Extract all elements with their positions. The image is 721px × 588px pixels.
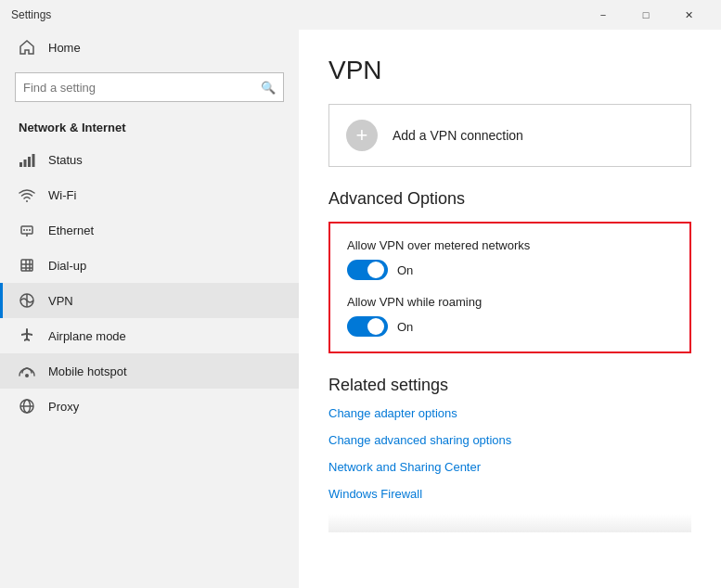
sidebar-item-status[interactable]: Status bbox=[0, 142, 299, 177]
status-icon bbox=[19, 151, 35, 168]
sidebar-item-airplane[interactable]: Airplane mode bbox=[0, 318, 299, 353]
related-settings-title: Related settings bbox=[328, 376, 691, 395]
ethernet-icon bbox=[19, 222, 35, 238]
page-title: VPN bbox=[328, 56, 691, 85]
ethernet-label: Ethernet bbox=[48, 224, 94, 237]
advanced-options-box: Allow VPN over metered networks On Allow… bbox=[328, 222, 691, 353]
svg-rect-2 bbox=[28, 157, 31, 167]
related-link-1[interactable]: Change advanced sharing options bbox=[328, 433, 691, 447]
bottom-fade bbox=[328, 514, 691, 532]
dialup-icon bbox=[19, 257, 35, 274]
minimize-button[interactable]: − bbox=[582, 0, 624, 30]
vpn-icon bbox=[19, 292, 35, 309]
hotspot-icon bbox=[19, 363, 35, 379]
status-label: Status bbox=[48, 153, 83, 167]
sidebar-item-ethernet[interactable]: Ethernet bbox=[0, 212, 299, 248]
svg-rect-1 bbox=[24, 160, 27, 167]
wifi-label: Wi-Fi bbox=[48, 188, 76, 202]
airplane-icon bbox=[19, 327, 35, 344]
sidebar: Home 🔍 Network & Internet Status bbox=[0, 30, 299, 588]
section-label: Network & Internet bbox=[0, 117, 299, 142]
home-label: Home bbox=[48, 41, 81, 55]
toggle2[interactable] bbox=[347, 316, 388, 337]
sidebar-item-proxy[interactable]: Proxy bbox=[0, 389, 299, 424]
wifi-icon bbox=[19, 186, 35, 203]
option1-label: Allow VPN over metered networks bbox=[347, 238, 673, 252]
add-vpn-label: Add a VPN connection bbox=[393, 128, 523, 143]
sidebar-item-wifi[interactable]: Wi-Fi bbox=[0, 177, 299, 212]
toggle1-status: On bbox=[397, 263, 413, 277]
plus-icon: + bbox=[346, 120, 378, 151]
dialup-label: Dial-up bbox=[48, 259, 86, 273]
maximize-button[interactable]: □ bbox=[624, 0, 667, 30]
svg-rect-3 bbox=[32, 154, 35, 167]
proxy-label: Proxy bbox=[48, 400, 79, 414]
titlebar-controls: − □ ✕ bbox=[582, 0, 710, 30]
related-link-2[interactable]: Network and Sharing Center bbox=[328, 460, 691, 474]
search-input[interactable] bbox=[23, 81, 261, 95]
home-icon bbox=[19, 39, 35, 56]
main-content: VPN + Add a VPN connection Advanced Opti… bbox=[299, 30, 721, 588]
toggle2-status: On bbox=[397, 320, 413, 334]
related-link-3[interactable]: Windows Firewall bbox=[328, 487, 691, 501]
titlebar-title: Settings bbox=[11, 8, 582, 21]
hotspot-label: Mobile hotspot bbox=[48, 364, 127, 378]
toggle1-row: On bbox=[347, 260, 673, 280]
airplane-label: Airplane mode bbox=[48, 329, 126, 343]
sidebar-item-hotspot[interactable]: Mobile hotspot bbox=[0, 353, 299, 389]
sidebar-item-vpn[interactable]: VPN bbox=[0, 283, 299, 318]
close-button[interactable]: ✕ bbox=[667, 0, 710, 30]
sidebar-item-home[interactable]: Home bbox=[0, 30, 299, 65]
advanced-options-title: Advanced Options bbox=[328, 189, 691, 209]
app-container: Home 🔍 Network & Internet Status bbox=[0, 30, 721, 588]
vpn-label: VPN bbox=[48, 294, 73, 308]
related-link-0[interactable]: Change adapter options bbox=[328, 406, 691, 420]
svg-rect-10 bbox=[21, 260, 32, 271]
search-box[interactable]: 🔍 bbox=[15, 72, 284, 102]
svg-point-4 bbox=[26, 200, 28, 202]
titlebar: Settings − □ ✕ bbox=[0, 0, 721, 30]
toggle2-row: On bbox=[347, 316, 673, 337]
sidebar-item-dialup[interactable]: Dial-up bbox=[0, 248, 299, 283]
option2-label: Allow VPN while roaming bbox=[347, 295, 673, 309]
toggle1[interactable] bbox=[347, 260, 388, 280]
proxy-icon bbox=[19, 398, 35, 415]
svg-rect-0 bbox=[19, 162, 22, 167]
search-icon: 🔍 bbox=[261, 81, 276, 95]
svg-point-17 bbox=[25, 374, 29, 377]
add-vpn-box[interactable]: + Add a VPN connection bbox=[328, 104, 691, 167]
